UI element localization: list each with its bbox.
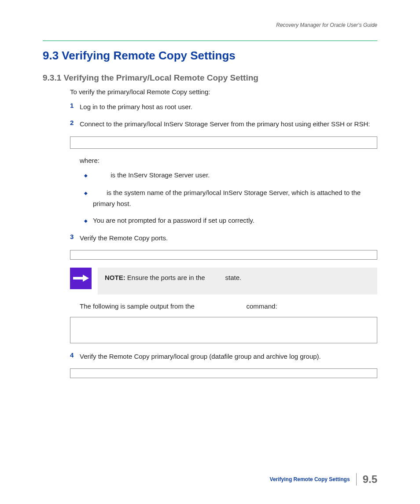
step-number: 3 <box>70 233 80 243</box>
step-4: 4 Verify the Remote Copy primary/local g… <box>43 351 377 361</box>
section-rule <box>43 40 377 41</box>
svg-marker-1 <box>83 275 89 282</box>
note-label: NOTE: <box>105 274 125 281</box>
step-1: 1 Log in to the primary host as root use… <box>43 102 377 112</box>
step-text: Verify the Remote Copy primary/local gro… <box>80 351 321 361</box>
step-number: 2 <box>70 119 80 129</box>
diamond-bullet-icon: ◆ <box>84 190 88 209</box>
procedure-list-cont2: 4 Verify the Remote Copy primary/local g… <box>43 351 377 361</box>
diamond-bullet-icon: ◆ <box>84 172 88 181</box>
step-text: Log in to the primary host as root user. <box>80 102 192 112</box>
page-footer: Verifying Remote Copy Settings 9.5 <box>270 473 377 486</box>
step-number: 4 <box>70 351 80 361</box>
where-item-text: user is the InServ Storage Server user. <box>93 170 210 181</box>
step-3: 3 Verify the Remote Copy ports. <box>43 233 377 243</box>
diamond-bullet-icon: ◆ <box>84 217 88 226</box>
running-header: Recovery Manager for Oracle User's Guide <box>43 22 377 28</box>
note-text-prefix: Ensure the ports are in the <box>125 274 207 281</box>
code-block-sample-output <box>70 317 377 343</box>
sample-output-para: The following is sample output from the … <box>80 302 377 310</box>
where-item-text: You are not prompted for a password if s… <box>93 216 254 226</box>
step-text: Connect to the primary/local InServ Stor… <box>80 119 370 129</box>
step-number: 1 <box>70 102 80 112</box>
subsection-heading: 9.3.1 Verifying the Primary/Local Remote… <box>43 73 377 83</box>
procedure-list: 1 Log in to the primary host as root use… <box>43 102 377 129</box>
where-list: ◆ user is the InServ Storage Server user… <box>43 170 377 226</box>
section-heading: 9.3 Verifying Remote Copy Settings <box>43 49 377 63</box>
svg-rect-0 <box>73 277 83 280</box>
code-block-connect <box>70 136 377 149</box>
note-arrow-icon <box>70 268 92 289</box>
where-item-password: ◆ You are not prompted for a password if… <box>84 216 377 226</box>
note-callout: NOTE: Ensure the ports are in the ready … <box>70 268 377 294</box>
note-text-suffix: state. <box>223 274 241 281</box>
footer-divider <box>356 473 357 486</box>
where-label: where: <box>80 157 377 164</box>
note-body: NOTE: Ensure the ports are in the ready … <box>98 268 377 294</box>
where-item-system: ◆ sys is the system name of the primary/… <box>84 188 377 209</box>
step-text: Verify the Remote Copy ports. <box>80 233 168 243</box>
footer-page-number: 9.5 <box>363 473 377 486</box>
where-item-text: sys is the system name of the primary/lo… <box>93 188 377 209</box>
where-item-user: ◆ user is the InServ Storage Server user… <box>84 170 377 181</box>
intro-text: To verify the primary/local Remote Copy … <box>70 88 377 96</box>
procedure-list-cont: 3 Verify the Remote Copy ports. <box>43 233 377 243</box>
step-2: 2 Connect to the primary/local InServ St… <box>43 119 377 129</box>
code-block-group <box>70 368 377 378</box>
footer-section-title: Verifying Remote Copy Settings <box>270 476 356 482</box>
code-block-ports <box>70 250 377 260</box>
